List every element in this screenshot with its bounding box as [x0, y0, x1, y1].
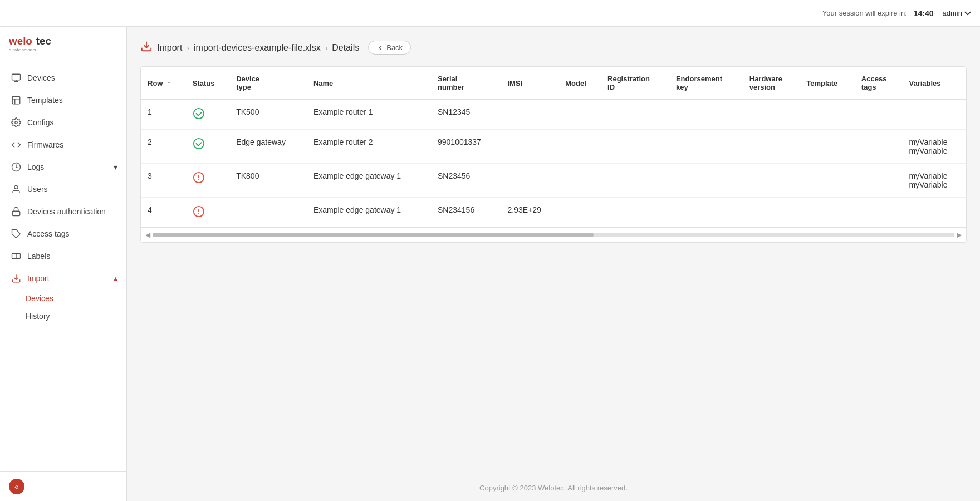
col-template-label: Template — [806, 79, 837, 87]
cell-device-type-0: TK500 — [229, 100, 307, 130]
logs-icon — [11, 161, 22, 173]
col-model-label: Model — [565, 79, 586, 87]
cell-access-tags-2 — [855, 164, 903, 198]
firmwares-icon — [11, 139, 22, 150]
scroll-track[interactable] — [153, 233, 954, 237]
chevron-up-icon: ▴ — [114, 274, 117, 283]
col-name-label: Name — [313, 79, 333, 87]
cell-reg-id-2 — [601, 164, 669, 198]
import-details-table-container: Row ↑ Status Devicetype Name Serialnumbe… — [140, 66, 967, 243]
table-scroll-wrapper[interactable]: Row ↑ Status Devicetype Name Serialnumbe… — [141, 67, 966, 227]
sidebar-item-devices-auth[interactable]: Devices authentication — [0, 200, 126, 223]
import-breadcrumb-icon — [140, 40, 153, 55]
sidebar-item-logs-label: Logs — [27, 163, 108, 171]
sidebar-item-firmwares[interactable]: Firmwares — [0, 134, 126, 156]
table-row: 1 TK500 Example router 1 SN12345 — [141, 100, 966, 130]
col-imsi-label: IMSI — [507, 79, 522, 87]
sidebar-item-labels[interactable]: Labels — [0, 245, 126, 267]
scroll-left-arrow[interactable]: ◀ — [145, 231, 150, 239]
col-imsi: IMSI — [501, 67, 558, 100]
cell-row-3: 4 — [141, 198, 186, 228]
svg-point-7 — [14, 185, 18, 189]
cell-variables-1: myVariable myVariable — [902, 130, 966, 164]
cell-device-type-3 — [229, 198, 307, 228]
cell-row-1: 2 — [141, 130, 186, 164]
col-variables: Variables — [902, 67, 966, 100]
sidebar-item-users[interactable]: Users — [0, 178, 126, 200]
back-button[interactable]: Back — [368, 41, 411, 55]
username: admin — [943, 9, 962, 17]
cell-serial-3: SN234156 — [431, 198, 501, 228]
col-serial-number: Serialnumber — [431, 67, 501, 100]
svg-text:a byte smarter: a byte smarter — [9, 47, 37, 52]
sidebar-item-configs[interactable]: Configs — [0, 111, 126, 134]
svg-point-14 — [194, 139, 204, 149]
horizontal-scrollbar[interactable]: ◀ ▶ — [141, 227, 966, 242]
sidebar-item-access-tags-label: Access tags — [27, 229, 117, 238]
col-serial-label: Serialnumber — [438, 75, 464, 91]
cell-endorsement-0 — [669, 100, 743, 130]
sidebar-collapse-button[interactable]: « — [9, 479, 24, 494]
cell-model-2 — [558, 164, 601, 198]
cell-name-3: Example edge gateway 1 — [307, 198, 431, 228]
svg-point-20 — [198, 213, 199, 214]
col-access-tags: Accesstags — [855, 67, 903, 100]
back-icon — [376, 44, 384, 52]
cell-variables-0 — [902, 100, 966, 130]
breadcrumb-sep-1: › — [187, 43, 189, 52]
cell-template-3 — [800, 198, 855, 228]
user-menu[interactable]: admin — [943, 9, 971, 17]
sidebar-item-configs-label: Configs — [27, 118, 117, 127]
sidebar-subitem-history[interactable]: History — [26, 307, 126, 325]
breadcrumb-import[interactable]: Import — [157, 43, 182, 53]
col-hardware-version: Hardwareversion — [743, 67, 800, 100]
cell-access-tags-3 — [855, 198, 903, 228]
copyright-text: Copyright © 2023 Welotec. All rights res… — [479, 484, 628, 492]
sidebar-item-templates-label: Templates — [27, 96, 117, 105]
scroll-right-arrow[interactable]: ▶ — [957, 231, 962, 239]
breadcrumb-sep-2: › — [325, 43, 328, 52]
cell-hw-version-2 — [743, 164, 800, 198]
cell-status-2 — [186, 164, 229, 198]
cell-name-0: Example router 1 — [307, 100, 431, 130]
sidebar-item-users-label: Users — [27, 185, 117, 194]
cell-serial-2: SN23456 — [431, 164, 501, 198]
cell-imsi-2 — [501, 164, 558, 198]
breadcrumb-current: Details — [332, 43, 359, 53]
cell-device-type-2: TK800 — [229, 164, 307, 198]
cell-name-2: Example edge gateway 1 — [307, 164, 431, 198]
session-label: Your session will expire in: — [822, 9, 907, 17]
sidebar-item-import[interactable]: Import ▴ — [0, 267, 126, 289]
cell-serial-0: SN12345 — [431, 100, 501, 130]
sidebar-subitem-devices[interactable]: Devices — [26, 289, 126, 307]
chevron-down-icon: ▾ — [114, 163, 117, 171]
col-row[interactable]: Row ↑ — [141, 67, 186, 100]
col-device-type: Devicetype — [229, 67, 307, 100]
sidebar-item-labels-label: Labels — [27, 252, 117, 261]
sidebar-item-logs[interactable]: Logs ▾ — [0, 156, 126, 178]
cell-imsi-0 — [501, 100, 558, 130]
sidebar-item-import-label: Import — [27, 274, 108, 283]
breadcrumb: Import › import-devices-example-file.xls… — [140, 40, 967, 55]
sidebar: welo tec a byte smarter Devices Template… — [0, 27, 127, 501]
cell-model-3 — [558, 198, 601, 228]
sidebar-item-templates[interactable]: Templates — [0, 89, 126, 111]
cell-endorsement-2 — [669, 164, 743, 198]
session-timer: 14:40 — [914, 9, 934, 18]
col-model: Model — [558, 67, 601, 100]
cell-hw-version-1 — [743, 130, 800, 164]
sidebar-item-devices[interactable]: Devices — [0, 67, 126, 89]
cell-variables-2: myVariable myVariable — [902, 164, 966, 198]
cell-reg-id-3 — [601, 198, 669, 228]
breadcrumb-file[interactable]: import-devices-example-file.xlsx — [194, 43, 321, 53]
cell-endorsement-1 — [669, 130, 743, 164]
col-endorsement-key: Endorsementkey — [669, 67, 743, 100]
sidebar-item-access-tags[interactable]: Access tags — [0, 223, 126, 245]
svg-text:welo: welo — [9, 35, 32, 47]
welotec-logo: welo tec a byte smarter — [9, 33, 76, 53]
sidebar-item-devices-label: Devices — [27, 73, 117, 82]
table-header-row: Row ↑ Status Devicetype Name Serialnumbe… — [141, 67, 966, 100]
footer: Copyright © 2023 Welotec. All rights res… — [127, 475, 980, 501]
cell-status-0 — [186, 100, 229, 130]
import-icon — [11, 273, 22, 284]
